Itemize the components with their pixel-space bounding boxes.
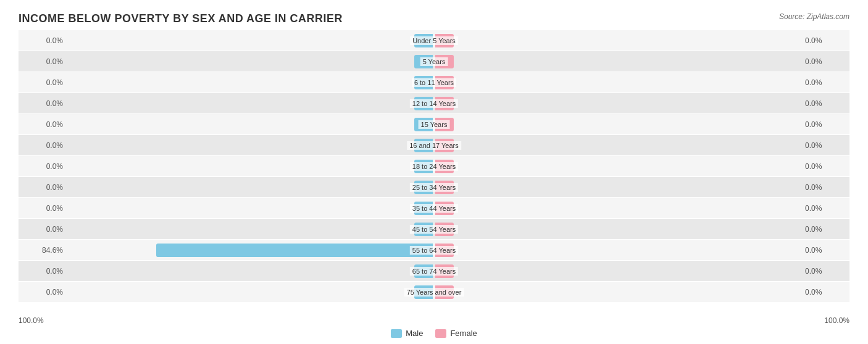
chart-row: 0.0% 5 Years 0.0% bbox=[19, 51, 849, 72]
female-bar bbox=[435, 118, 454, 131]
male-bar bbox=[414, 139, 433, 152]
male-bar-container bbox=[68, 55, 434, 68]
bar-area: 65 to 74 Years bbox=[68, 261, 800, 281]
male-bar-container bbox=[68, 264, 434, 278]
chart-row: 0.0% Under 5 Years 0.0% bbox=[19, 30, 849, 51]
female-bar-container bbox=[434, 202, 800, 215]
left-value: 0.0% bbox=[19, 141, 68, 150]
male-bar bbox=[414, 223, 433, 236]
male-bar bbox=[414, 118, 433, 131]
male-bar bbox=[414, 55, 433, 68]
male-bar-container bbox=[68, 285, 434, 299]
bar-area: 18 to 24 Years bbox=[68, 156, 800, 176]
chart-row: 0.0% 18 to 24 Years 0.0% bbox=[19, 156, 849, 176]
male-bar-container bbox=[68, 160, 434, 173]
male-bar-container bbox=[68, 244, 434, 257]
bar-area: 55 to 64 Years bbox=[68, 240, 800, 260]
left-value: 0.0% bbox=[19, 288, 68, 297]
right-value: 0.0% bbox=[800, 78, 849, 87]
female-bar bbox=[435, 97, 454, 110]
left-value: 0.0% bbox=[19, 267, 68, 276]
right-value: 0.0% bbox=[800, 267, 849, 276]
left-value: 0.0% bbox=[19, 120, 68, 129]
chart-row: 84.6% 55 to 64 Years 0.0% bbox=[19, 240, 849, 260]
chart-row: 0.0% 65 to 74 Years 0.0% bbox=[19, 261, 849, 281]
chart-row: 0.0% 45 to 54 Years 0.0% bbox=[19, 219, 849, 239]
left-value: 84.6% bbox=[19, 246, 68, 255]
bar-area: Under 5 Years bbox=[68, 30, 800, 51]
left-value: 0.0% bbox=[19, 162, 68, 171]
bar-area: 16 and 17 Years bbox=[68, 135, 800, 155]
source-text: Source: ZipAtlas.com bbox=[779, 12, 849, 21]
female-bar bbox=[435, 264, 454, 278]
right-value: 0.0% bbox=[800, 57, 849, 66]
left-value: 0.0% bbox=[19, 57, 68, 66]
chart-container: INCOME BELOW POVERTY BY SEX AND AGE IN C… bbox=[0, 0, 868, 344]
male-bar-container bbox=[68, 34, 434, 47]
male-bar-container bbox=[68, 202, 434, 215]
bottom-left-label: 100.0% bbox=[19, 316, 44, 325]
female-bar-container bbox=[434, 285, 800, 299]
female-bar bbox=[435, 139, 454, 152]
right-value: 0.0% bbox=[800, 36, 849, 45]
female-bar-container bbox=[434, 97, 800, 110]
left-value: 0.0% bbox=[19, 183, 68, 192]
bottom-labels: 100.0% 100.0% bbox=[19, 316, 849, 325]
right-value: 0.0% bbox=[800, 225, 849, 234]
male-bar-container bbox=[68, 76, 434, 89]
male-bar bbox=[156, 244, 433, 257]
female-bar-container bbox=[434, 118, 800, 131]
bar-area: 12 to 14 Years bbox=[68, 93, 800, 113]
chart-row: 0.0% 35 to 44 Years 0.0% bbox=[19, 198, 849, 218]
right-value: 0.0% bbox=[800, 162, 849, 171]
male-bar bbox=[414, 181, 433, 194]
female-bar bbox=[435, 244, 454, 257]
female-bar bbox=[435, 160, 454, 173]
female-bar-container bbox=[434, 181, 800, 194]
female-bar bbox=[435, 76, 454, 89]
bar-area: 5 Years bbox=[68, 51, 800, 72]
female-bar bbox=[435, 202, 454, 215]
bar-area: 25 to 34 Years bbox=[68, 177, 800, 197]
female-bar-container bbox=[434, 223, 800, 236]
female-bar bbox=[435, 285, 454, 299]
female-bar bbox=[435, 181, 454, 194]
left-value: 0.0% bbox=[19, 36, 68, 45]
female-bar bbox=[435, 34, 454, 47]
chart-title: INCOME BELOW POVERTY BY SEX AND AGE IN C… bbox=[19, 12, 849, 25]
bottom-right-label: 100.0% bbox=[824, 316, 849, 325]
legend-male: Male bbox=[391, 329, 423, 338]
bar-area: 45 to 54 Years bbox=[68, 219, 800, 239]
male-bar bbox=[414, 76, 433, 89]
chart-row: 0.0% 25 to 34 Years 0.0% bbox=[19, 177, 849, 197]
female-bar-container bbox=[434, 34, 800, 47]
right-value: 0.0% bbox=[800, 288, 849, 297]
right-value: 0.0% bbox=[800, 204, 849, 213]
right-value: 0.0% bbox=[800, 183, 849, 192]
male-bar-container bbox=[68, 97, 434, 110]
legend-male-label: Male bbox=[406, 329, 423, 338]
right-value: 0.0% bbox=[800, 99, 849, 108]
bar-area: 35 to 44 Years bbox=[68, 198, 800, 218]
female-bar-container bbox=[434, 76, 800, 89]
left-value: 0.0% bbox=[19, 225, 68, 234]
male-bar-container bbox=[68, 118, 434, 131]
right-value: 0.0% bbox=[800, 120, 849, 129]
female-bar bbox=[435, 223, 454, 236]
bar-area: 6 to 11 Years bbox=[68, 72, 800, 92]
male-bar-container bbox=[68, 181, 434, 194]
female-bar-container bbox=[434, 264, 800, 278]
male-bar-container bbox=[68, 223, 434, 236]
legend-area: Male Female bbox=[19, 329, 849, 338]
legend-female-box bbox=[435, 329, 446, 338]
female-bar-container bbox=[434, 244, 800, 257]
male-bar bbox=[414, 264, 433, 278]
male-bar-container bbox=[68, 139, 434, 152]
chart-row: 0.0% 15 Years 0.0% bbox=[19, 114, 849, 134]
left-value: 0.0% bbox=[19, 78, 68, 87]
male-bar bbox=[414, 34, 433, 47]
male-bar bbox=[414, 160, 433, 173]
legend-male-box bbox=[391, 329, 402, 338]
legend-female: Female bbox=[435, 329, 477, 338]
female-bar bbox=[435, 55, 454, 68]
